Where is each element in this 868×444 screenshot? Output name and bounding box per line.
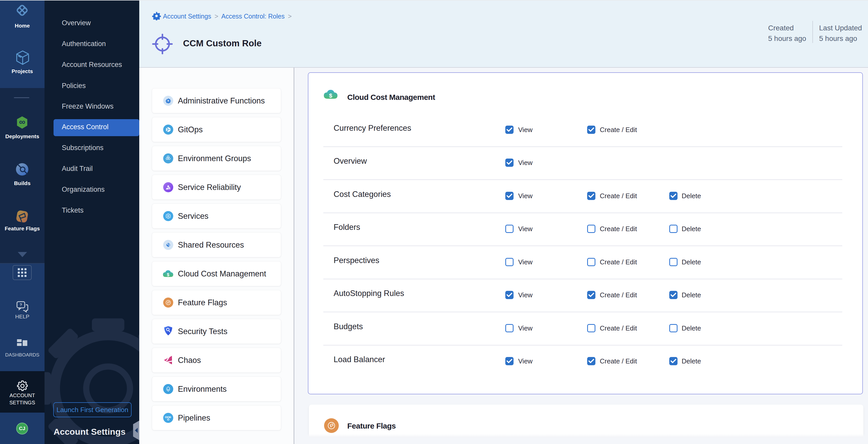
svg-text:$: $: [329, 92, 332, 99]
svg-text:∞: ∞: [19, 117, 25, 127]
svg-text:?: ?: [20, 303, 22, 307]
svg-text:$: $: [167, 272, 169, 277]
